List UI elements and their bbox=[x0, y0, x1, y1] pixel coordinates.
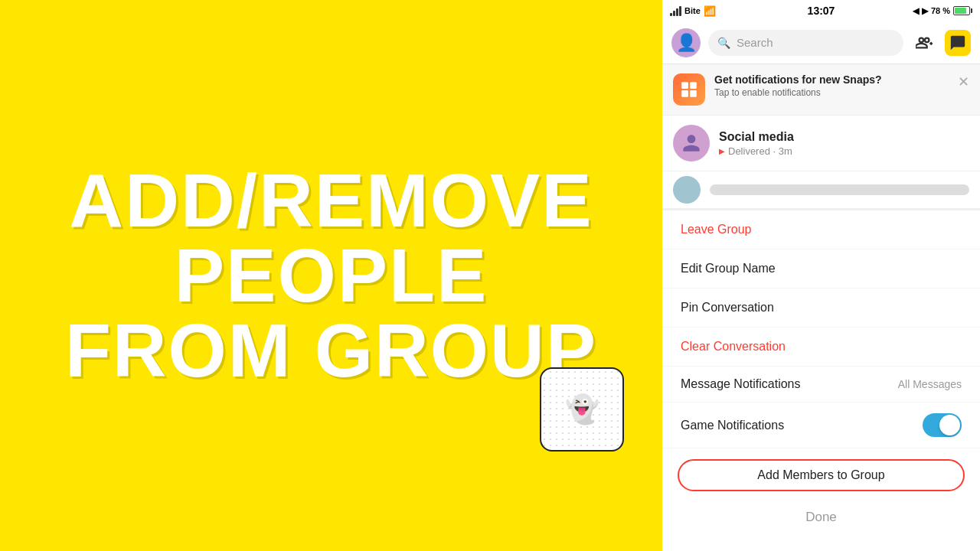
top-nav: 👤 🔍 Search bbox=[662, 21, 980, 64]
message-notifications-label: Message Notifications bbox=[681, 377, 801, 391]
profile-icon: 👤 bbox=[676, 33, 697, 53]
battery-percent: 78 % bbox=[931, 6, 950, 15]
battery-icon bbox=[953, 6, 972, 15]
main-title: ADD/REMOVE PEOPLE FROM GROUP bbox=[42, 163, 620, 388]
status-right: ◀ ▶ 78 % bbox=[913, 6, 972, 16]
conversation-name: Social media bbox=[719, 130, 969, 144]
conversation-partial bbox=[662, 171, 980, 208]
add-members-button[interactable]: Add Members to Group bbox=[678, 459, 965, 491]
status-time: 13:07 bbox=[808, 5, 835, 17]
game-notifications-row[interactable]: Game Notifications bbox=[662, 403, 980, 448]
toggle-knob bbox=[939, 415, 960, 435]
search-bar[interactable]: 🔍 Search bbox=[708, 30, 903, 56]
partial-avatar bbox=[673, 176, 701, 204]
add-friend-icon[interactable] bbox=[911, 30, 937, 56]
game-notifications-label: Game Notifications bbox=[681, 419, 784, 432]
svg-rect-2 bbox=[681, 90, 688, 97]
snapcode: 👻 bbox=[540, 367, 624, 452]
message-notifications-row[interactable]: Message Notifications All Messages bbox=[662, 367, 980, 403]
profile-avatar[interactable]: 👤 bbox=[671, 28, 701, 57]
status-bar: Bite 📶 13:07 ◀ ▶ 78 % bbox=[662, 0, 980, 21]
notification-text: Get notifications for new Snaps? Tap to … bbox=[714, 73, 949, 98]
location-arrow-icon: ▶ bbox=[922, 6, 928, 16]
ghost-icon: 👻 bbox=[565, 393, 599, 425]
svg-rect-3 bbox=[690, 90, 697, 97]
notification-title: Get notifications for new Snaps? bbox=[714, 73, 949, 86]
clear-conversation-item[interactable]: Clear Conversation bbox=[662, 328, 980, 367]
delivered-icon: ▶ bbox=[719, 147, 725, 155]
right-panel: Bite 📶 13:07 ◀ ▶ 78 % 👤 🔍 Search bbox=[662, 0, 980, 551]
carrier-label: Bite bbox=[684, 6, 701, 15]
chat-icon[interactable] bbox=[945, 30, 971, 56]
game-notifications-toggle[interactable] bbox=[923, 413, 962, 437]
search-placeholder: Search bbox=[737, 36, 773, 49]
notification-subtitle: Tap to enable notifications bbox=[714, 87, 949, 98]
status-left: Bite 📶 bbox=[670, 5, 716, 17]
svg-rect-1 bbox=[690, 82, 697, 89]
search-icon: 🔍 bbox=[717, 37, 730, 49]
left-panel: ADD/REMOVE PEOPLE FROM GROUP 👻 bbox=[0, 0, 662, 551]
conversation-avatar bbox=[673, 125, 710, 161]
conversation-details: Social media ▶ Delivered · 3m bbox=[719, 130, 969, 157]
location-icon: ◀ bbox=[913, 6, 919, 16]
conversation-item[interactable]: Social media ▶ Delivered · 3m bbox=[662, 116, 980, 171]
done-button[interactable]: Done bbox=[662, 502, 980, 540]
message-notifications-value: All Messages bbox=[898, 378, 962, 390]
notification-close[interactable]: ✕ bbox=[958, 73, 969, 90]
conversation-status: ▶ Delivered · 3m bbox=[719, 145, 969, 157]
svg-rect-0 bbox=[681, 82, 688, 89]
notification-icon bbox=[673, 73, 705, 106]
context-menu: Leave Group Edit Group Name Pin Conversa… bbox=[662, 210, 980, 551]
partial-line bbox=[710, 184, 969, 195]
pin-conversation-item[interactable]: Pin Conversation bbox=[662, 289, 980, 328]
wifi-icon: 📶 bbox=[704, 5, 716, 17]
edit-group-name-item[interactable]: Edit Group Name bbox=[662, 249, 980, 289]
signal-bars bbox=[670, 5, 681, 16]
notification-banner[interactable]: Get notifications for new Snaps? Tap to … bbox=[662, 64, 980, 116]
leave-group-item[interactable]: Leave Group bbox=[662, 210, 980, 249]
